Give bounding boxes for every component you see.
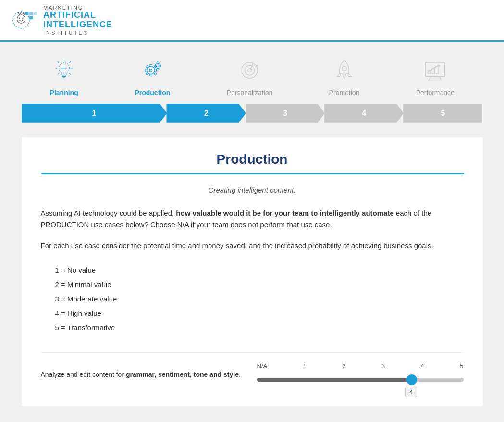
svg-point-20: [147, 67, 155, 75]
lightbulb-icon: [51, 57, 77, 84]
svg-line-42: [430, 77, 431, 80]
value-item-1: 1 = No value: [55, 263, 464, 277]
logo-text: MARKETING ARTIFICIAL INTELLIGENCE INSTIT…: [43, 5, 112, 36]
slider-label-4: 4: [421, 362, 424, 370]
progress-segment-5: 5: [403, 104, 482, 123]
content-card: Production Creating intelligent content.…: [22, 137, 483, 406]
svg-line-12: [69, 73, 71, 75]
question-text-1: Analyze and edit content for grammar, se…: [41, 370, 247, 380]
header: MARKETING ARTIFICIAL INTELLIGENCE INSTIT…: [0, 0, 504, 42]
logo-main: ARTIFICIAL INTELLIGENCE: [43, 11, 112, 30]
svg-rect-33: [157, 69, 159, 70]
svg-line-10: [69, 61, 71, 63]
question-text-bold: grammar, sentiment, tone and style: [126, 371, 239, 378]
progress-segment-3: 3: [246, 104, 325, 123]
intro-paragraph: Assuming AI technology could be applied,…: [41, 207, 464, 230]
svg-rect-2: [29, 12, 33, 15]
question-text-part1: Analyze and edit content for: [41, 371, 126, 378]
slider-track: [257, 378, 464, 382]
svg-rect-29: [154, 73, 157, 75]
value-scale-list: 1 = No value 2 = Minimal value 3 = Moder…: [41, 263, 464, 335]
logo-area: MARKETING ARTIFICIAL INTELLIGENCE INSTIT…: [10, 5, 112, 36]
logo-icon: [10, 6, 38, 35]
svg-point-36: [242, 62, 258, 78]
svg-point-37: [245, 66, 254, 75]
personalization-icon-wrapper: [235, 56, 264, 85]
progress-segment-1: 1: [22, 104, 167, 123]
subtitle: Creating intelligent content.: [41, 186, 464, 194]
slider-label-3: 3: [381, 362, 385, 370]
svg-rect-32: [157, 62, 159, 63]
promotion-icon-wrapper: [330, 56, 359, 85]
step-performance[interactable]: Performance: [416, 56, 455, 96]
svg-point-5: [17, 15, 25, 23]
planning-icon-wrapper: [49, 56, 78, 85]
slider-fill: [257, 378, 412, 382]
svg-point-7: [22, 17, 24, 19]
question-row-1: Analyze and edit content for grammar, se…: [41, 352, 464, 387]
progress-segment-4: 4: [324, 104, 404, 123]
value-item-3: 3 = Moderate value: [55, 292, 464, 306]
svg-rect-1: [25, 12, 29, 15]
slider-labels: N/A 1 2 3 4 5: [257, 362, 464, 370]
production-icon-wrapper: [138, 56, 167, 85]
svg-point-6: [19, 17, 20, 19]
question-text-part2: .: [239, 371, 241, 378]
step-planning[interactable]: Planning: [49, 56, 78, 96]
section-title: Production: [41, 152, 464, 174]
intro-bold: how valuable would it be for your team t…: [176, 209, 393, 217]
value-item-2: 2 = Minimal value: [55, 277, 464, 292]
svg-point-31: [157, 65, 159, 67]
svg-point-21: [149, 69, 152, 72]
slider-label-5: 5: [460, 362, 463, 370]
step-personalization-label: Personalization: [227, 89, 273, 96]
slider-label-2: 2: [342, 362, 345, 370]
chart-icon: [422, 57, 448, 84]
step-promotion[interactable]: Promotion: [329, 56, 360, 96]
svg-rect-25: [155, 69, 157, 72]
second-intro-text: For each use case consider the potential…: [41, 240, 464, 252]
value-item-5: 5 = Transformative: [55, 321, 464, 335]
main-content: Planning: [12, 56, 492, 406]
section-title-wrapper: Production: [41, 152, 464, 178]
svg-line-13: [57, 61, 59, 63]
svg-point-40: [342, 67, 346, 71]
value-item-4: 4 = High value: [55, 306, 464, 321]
performance-icon-wrapper: [421, 56, 450, 85]
progress-segment-2: 2: [166, 104, 246, 123]
svg-line-15: [57, 73, 59, 75]
slider-label-1: 1: [303, 362, 307, 370]
step-production[interactable]: Production: [135, 56, 170, 96]
slider-value-badge: 4: [405, 387, 417, 397]
steps-nav: Planning: [22, 56, 483, 96]
step-promotion-label: Promotion: [329, 89, 360, 96]
step-personalization[interactable]: Personalization: [227, 56, 273, 96]
svg-rect-4: [34, 12, 37, 15]
svg-line-43: [440, 77, 441, 80]
target-icon: [236, 57, 263, 84]
slider-thumb[interactable]: [406, 374, 417, 385]
slider-area-1: N/A 1 2 3 4 5 4: [257, 362, 464, 387]
step-planning-label: Planning: [50, 89, 78, 96]
intro-text-part1: Assuming AI technology could be applied,: [41, 209, 176, 217]
rocket-icon: [331, 57, 357, 84]
svg-rect-47: [436, 66, 439, 74]
step-performance-label: Performance: [416, 89, 455, 96]
step-production-label: Production: [135, 89, 170, 96]
svg-rect-3: [29, 16, 33, 19]
slider-wrapper-1[interactable]: 4: [257, 373, 464, 387]
progress-bar: 1 2 3 4 5: [22, 104, 483, 123]
slider-label-na: N/A: [257, 362, 268, 370]
logo-institute: INSTITUTE®: [43, 30, 112, 36]
svg-rect-41: [426, 62, 445, 76]
gear-icon: [139, 57, 166, 84]
